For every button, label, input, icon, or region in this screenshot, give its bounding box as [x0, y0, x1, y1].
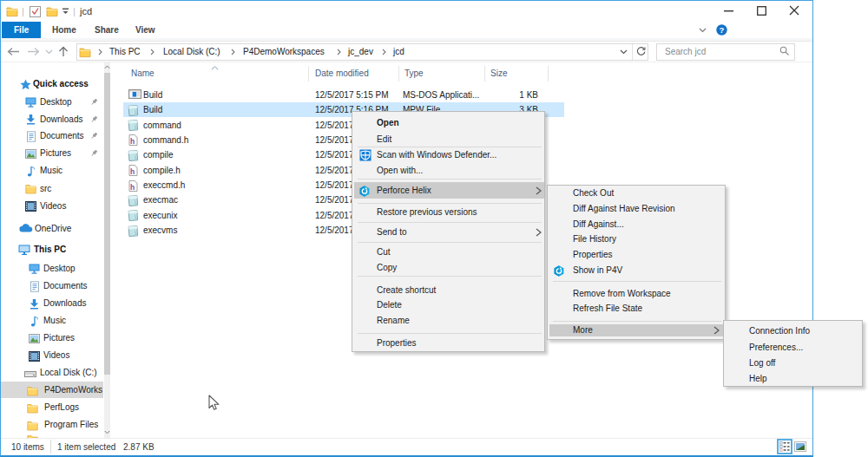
- svg-text:h: h: [130, 183, 135, 192]
- svg-text:h: h: [130, 137, 135, 146]
- svg-text:?: ?: [720, 25, 725, 35]
- svg-text:h: h: [130, 167, 135, 176]
